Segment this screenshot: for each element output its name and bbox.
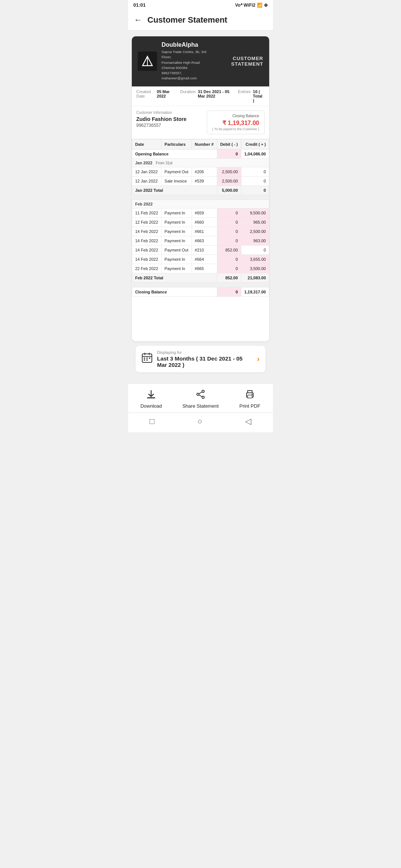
table-row: 14 Feb 2022 Payment In #663 0 963.00 — [132, 236, 269, 245]
closing-balance-row: Closing Balance 0 1,19,317.00 — [132, 287, 269, 296]
table-row: 14 Feb 2022 Payment In #661 0 2,500.00 — [132, 227, 269, 236]
spacer-row — [132, 195, 269, 200]
table-row: 14 Feb 2022 Payment Out #210 852.00 0 — [132, 245, 269, 254]
created-date-item: Created Date 05 Mar 2022 — [136, 89, 174, 103]
status-time: 01:01 — [133, 2, 146, 8]
table-row: 12 Jan 2022 Sale Invoice #539 2,500.00 0 — [132, 176, 269, 185]
svg-rect-6 — [144, 358, 145, 359]
meta-row: Created Date 05 Mar 2022 Duration 31 Dec… — [132, 86, 269, 106]
nav-back-button[interactable]: ◁ — [245, 417, 251, 426]
company-logo — [138, 52, 157, 71]
feb-total-row: Feb 2022 Total 852.00 21,083.00 — [132, 273, 269, 282]
svg-point-14 — [197, 393, 199, 395]
status-icons: Vo⁴ WiFi2 📶 ⊕ — [235, 3, 268, 8]
header-date: Date — [132, 139, 162, 149]
opening-balance-row: Opening Balance 0 1,04,086.00 — [132, 149, 269, 158]
table-row: 12 Feb 2022 Payment In #660 0 965.00 — [132, 217, 269, 227]
main-content: DoubleAlpha Sapna Trade Centre, 3b, 3rd … — [128, 30, 273, 378]
customer-name: Zudio Fashion Store — [136, 116, 202, 122]
company-logo-info: DoubleAlpha Sapna Trade Centre, 3b, 3rd … — [138, 42, 211, 81]
battery-icon: ⊕ — [264, 3, 268, 8]
duration-item: Duration 31 Dec 2021 - 05 Mar 2022 — [180, 89, 232, 103]
header-credit: Credit ( + ) — [241, 139, 269, 149]
customer-info: Customer Information Zudio Fashion Store… — [136, 111, 202, 134]
wifi-icon: Vo⁴ WiFi2 — [235, 3, 255, 8]
print-label: Print PDF — [239, 403, 260, 409]
status-bar: 01:01 Vo⁴ WiFi2 📶 ⊕ — [128, 0, 273, 10]
header-number: Number # — [192, 139, 217, 149]
date-range: Last 3 Months ( 31 Dec 2021 - 05 Mar 202… — [157, 355, 252, 368]
back-button[interactable]: ← — [134, 15, 142, 25]
share-label: Share Statement — [182, 403, 219, 409]
date-selector[interactable]: Displaying for Last 3 Months ( 31 Dec 20… — [136, 346, 265, 372]
spacer-row — [132, 282, 269, 287]
table-row: 12 Jan 2022 Payment Out #206 2,500.00 0 — [132, 167, 269, 176]
nav-home-button[interactable]: ○ — [198, 417, 202, 426]
table-row: 22 Feb 2022 Payment In #665 0 3,500.00 — [132, 264, 269, 273]
svg-line-16 — [199, 392, 202, 394]
share-button[interactable]: Share Statement — [182, 389, 219, 409]
nav-bar: □ ○ ◁ — [128, 412, 273, 432]
download-icon — [146, 389, 156, 401]
page-title: Customer Statement — [147, 15, 227, 25]
company-address: Sapna Trade Centre, 3b, 3rd Floorr, Poon… — [162, 49, 211, 81]
closing-balance-box: Closing Balance ₹ 1,19,317.00 ( To be pa… — [207, 111, 265, 134]
header-particulars: Particulars — [162, 139, 192, 149]
svg-rect-7 — [146, 358, 148, 359]
customer-section: Customer Information Zudio Fashion Store… — [132, 106, 269, 139]
svg-point-13 — [202, 390, 204, 392]
calendar-icon — [141, 352, 153, 366]
app-header: ← Customer Statement — [128, 10, 273, 30]
download-label: Download — [140, 403, 162, 409]
share-icon — [195, 389, 206, 401]
print-button[interactable]: Print PDF — [235, 389, 265, 409]
customer-phone: 9962736557 — [136, 123, 202, 128]
svg-point-20 — [251, 394, 252, 395]
company-header: DoubleAlpha Sapna Trade Centre, 3b, 3rd … — [132, 36, 269, 86]
table-header-row: Date Particulars Number # Debit ( - ) Cr… — [132, 139, 269, 149]
date-selector-text: Displaying for Last 3 Months ( 31 Dec 20… — [157, 350, 252, 368]
signal-icon: 📶 — [257, 3, 263, 8]
feb-section-header: Feb 2022 — [132, 200, 269, 208]
svg-rect-10 — [146, 359, 148, 361]
closing-balance-amount: ₹ 1,19,317.00 — [212, 119, 259, 126]
svg-rect-11 — [147, 397, 155, 398]
jan-section-header: Jan 2022 From 31st — [132, 158, 269, 167]
jan-total-row: Jan 2022 Total 5,000.00 0 — [132, 185, 269, 195]
svg-rect-9 — [144, 359, 145, 361]
table-row: 11 Feb 2022 Payment In #659 0 9,500.00 — [132, 208, 269, 217]
svg-rect-19 — [248, 395, 252, 398]
table-row: 14 Feb 2022 Payment In #664 0 3,655.00 — [132, 254, 269, 264]
svg-line-17 — [199, 395, 202, 397]
entries-item: Entries 10 ( Total ) — [238, 89, 265, 103]
download-button[interactable]: Download — [136, 389, 166, 409]
chevron-right-icon: › — [257, 355, 260, 363]
print-icon — [245, 389, 255, 401]
statement-card: DoubleAlpha Sapna Trade Centre, 3b, 3rd … — [132, 36, 269, 341]
card-spacer — [132, 297, 269, 341]
company-details: DoubleAlpha Sapna Trade Centre, 3b, 3rd … — [162, 42, 211, 81]
bottom-action-bar: Download Share Statement Print PDF — [128, 384, 273, 412]
statement-table: Date Particulars Number # Debit ( - ) Cr… — [132, 139, 269, 297]
nav-square-button[interactable]: □ — [150, 417, 154, 426]
header-debit: Debit ( - ) — [217, 139, 241, 149]
svg-rect-8 — [149, 358, 150, 359]
statement-title: CUSTOMER STATEMENT — [211, 56, 263, 67]
company-name: DoubleAlpha — [162, 42, 211, 48]
svg-point-15 — [202, 396, 204, 398]
